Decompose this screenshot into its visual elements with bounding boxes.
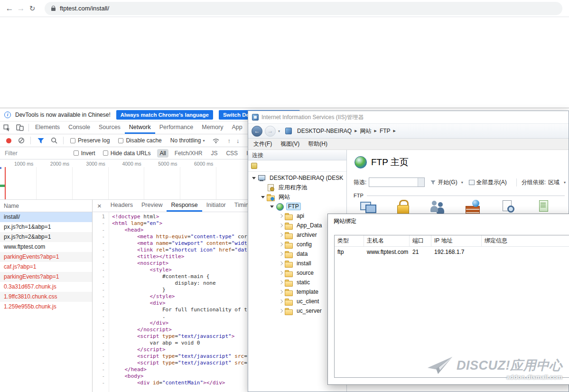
feature-computer[interactable] <box>358 199 377 215</box>
devtools-tab-app[interactable]: App <box>227 121 246 134</box>
device-toolbar-icon[interactable] <box>13 121 27 134</box>
home-title-row: FTP 主页 <box>354 156 409 168</box>
response-tab-preview[interactable]: Preview <box>137 200 167 212</box>
site-bindings-dialog[interactable]: 网站绑定 类型主机名端口IP 地址绑定信息 ftpwww.ftptest.com… <box>327 214 569 385</box>
collapse-arrow-icon[interactable] <box>278 261 284 266</box>
collapse-arrow-icon[interactable] <box>278 251 284 257</box>
filter-input[interactable]: Filter <box>5 150 18 157</box>
tree-item[interactable]: DESKTOP-NBEIRAQ (DESK <box>248 173 346 183</box>
collapse-arrow-icon[interactable] <box>278 270 284 276</box>
nav-forward-button[interactable]: → <box>265 126 276 137</box>
import-har-icon[interactable]: ↑ <box>227 137 231 144</box>
tree-item[interactable]: 网站 <box>248 192 346 202</box>
checkbox-icon[interactable] <box>118 138 123 143</box>
group-by-select[interactable]: 分组依据: 区域 ▾ <box>516 178 566 187</box>
devtools-tab-performance[interactable]: Performance <box>155 121 198 134</box>
network-conditions-icon[interactable] <box>212 138 220 143</box>
collapse-arrow-icon[interactable] <box>278 223 284 228</box>
network-request-row[interactable]: parkingEvents?abp=1 <box>0 272 92 282</box>
tree-item[interactable]: 应用程序池 <box>248 183 346 192</box>
bindings-column-header[interactable]: 端口 <box>410 235 431 246</box>
nav-back-button[interactable]: ← <box>252 126 262 137</box>
collapse-arrow-icon[interactable] <box>278 280 284 285</box>
network-request-row[interactable]: px.js?ch=1&abp=1 <box>0 222 92 232</box>
url-text[interactable]: ftptest.com/install/ <box>60 5 109 12</box>
expand-arrow-icon[interactable] <box>251 175 257 181</box>
network-request-row[interactable]: install/ <box>0 212 92 222</box>
request-type-filter[interactable]: JS <box>208 149 220 158</box>
feature-users[interactable] <box>429 199 448 215</box>
devtools-tab-network[interactable]: Network <box>125 121 155 134</box>
binding-row[interactable]: ftpwww.ftptest.com21192.168.1.7 <box>335 247 569 257</box>
network-request-row[interactable]: 0.3a31d657.chunk.js <box>0 282 92 292</box>
preserve-log-checkbox[interactable]: Preserve log <box>70 137 110 144</box>
response-tab-response[interactable]: Response <box>167 200 202 212</box>
devtools-tab-memory[interactable]: Memory <box>197 121 227 134</box>
go-button[interactable]: 开始(G) ▾ <box>430 178 463 187</box>
match-language-button[interactable]: Always match Chrome's language <box>116 110 213 120</box>
feature-lock[interactable] <box>393 199 412 215</box>
feature-log[interactable] <box>499 199 518 215</box>
bindings-column-header[interactable]: IP 地址 <box>431 235 482 246</box>
filter-funnel-icon[interactable] <box>37 138 44 144</box>
bindings-column-header[interactable]: 主机名 <box>364 235 410 246</box>
collapse-arrow-icon[interactable] <box>278 213 284 219</box>
back-icon[interactable]: ← <box>4 4 15 13</box>
menu-item[interactable]: 帮助(H) <box>304 140 332 148</box>
search-icon[interactable] <box>51 137 57 144</box>
network-request-row[interactable]: 1.9ffc3810.chunk.css <box>0 292 92 302</box>
forward-icon[interactable]: → <box>15 4 27 13</box>
collapse-arrow-icon[interactable] <box>278 242 284 247</box>
network-request-row[interactable]: 1.259e955b.chunk.js <box>0 302 92 312</box>
expand-arrow-icon[interactable] <box>260 194 266 200</box>
address-bar[interactable]: ftptest.com/install/ <box>45 2 562 15</box>
breadcrumb-item[interactable]: 网站 <box>360 127 372 135</box>
clear-icon[interactable] <box>18 137 25 144</box>
name-column-header[interactable]: Name <box>0 200 92 212</box>
filter-combobox[interactable] <box>369 177 425 187</box>
collapse-arrow-icon[interactable] <box>278 308 284 314</box>
response-tab-headers[interactable]: Headers <box>106 200 137 212</box>
hide-data-urls-checkbox[interactable]: Hide data URLs <box>103 150 151 157</box>
collapse-arrow-icon[interactable] <box>278 289 284 295</box>
network-request-row[interactable]: px.js?ch=2&abp=1 <box>0 232 92 242</box>
window-titlebar[interactable]: Internet Information Services (IIS)管理器 <box>248 111 569 123</box>
save-connection-icon[interactable] <box>251 163 257 169</box>
timeline-gridline <box>72 167 73 199</box>
feature-firewall[interactable] <box>464 199 483 215</box>
export-har-icon[interactable]: ↓ <box>236 137 240 144</box>
breadcrumb-item[interactable]: FTP <box>380 128 391 134</box>
record-icon[interactable] <box>6 138 11 143</box>
bindings-column-header[interactable]: 绑定信息 <box>482 235 569 246</box>
checkbox-icon[interactable] <box>74 150 79 156</box>
collapse-arrow-icon[interactable] <box>278 299 284 304</box>
invert-checkbox[interactable]: Invert <box>74 150 95 157</box>
breadcrumb-item[interactable]: DESKTOP-NBEIRAQ <box>297 128 352 134</box>
throttling-select[interactable]: No throttling ▾ <box>170 137 205 144</box>
checkbox-icon[interactable] <box>103 150 108 156</box>
checkbox-icon[interactable] <box>70 138 75 143</box>
inspect-element-icon[interactable] <box>0 121 13 134</box>
devtools-tab-console[interactable]: Console <box>64 121 94 134</box>
menu-item[interactable]: 文件(F) <box>249 140 276 148</box>
history-dropdown-icon[interactable]: ▾ <box>278 129 280 133</box>
collapse-arrow-icon[interactable] <box>278 232 284 238</box>
feature-document[interactable] <box>534 199 553 215</box>
close-icon[interactable]: × <box>93 200 106 212</box>
network-request-row[interactable]: caf.js?abp=1 <box>0 262 92 272</box>
expand-arrow-icon[interactable] <box>269 204 275 209</box>
show-all-button[interactable]: 全部显示(A) <box>469 178 507 187</box>
tree-item[interactable]: FTP <box>248 202 346 211</box>
devtools-tab-elements[interactable]: Elements <box>31 121 64 134</box>
request-type-filter[interactable]: All <box>157 149 168 158</box>
response-tab-initiator[interactable]: Initiator <box>202 200 230 212</box>
request-type-filter[interactable]: CSS <box>224 149 240 158</box>
network-request-row[interactable]: parkingEvents?abp=1 <box>0 252 92 262</box>
request-type-filter[interactable]: Fetch/XHR <box>172 149 205 158</box>
menu-item[interactable]: 视图(V) <box>276 140 304 148</box>
devtools-tab-sources[interactable]: Sources <box>94 121 125 134</box>
disable-cache-checkbox[interactable]: Disable cache <box>118 137 161 144</box>
reload-icon[interactable]: ↻ <box>27 4 38 13</box>
bindings-column-header[interactable]: 类型 <box>335 235 364 246</box>
network-request-row[interactable]: www.ftptest.com <box>0 242 92 252</box>
